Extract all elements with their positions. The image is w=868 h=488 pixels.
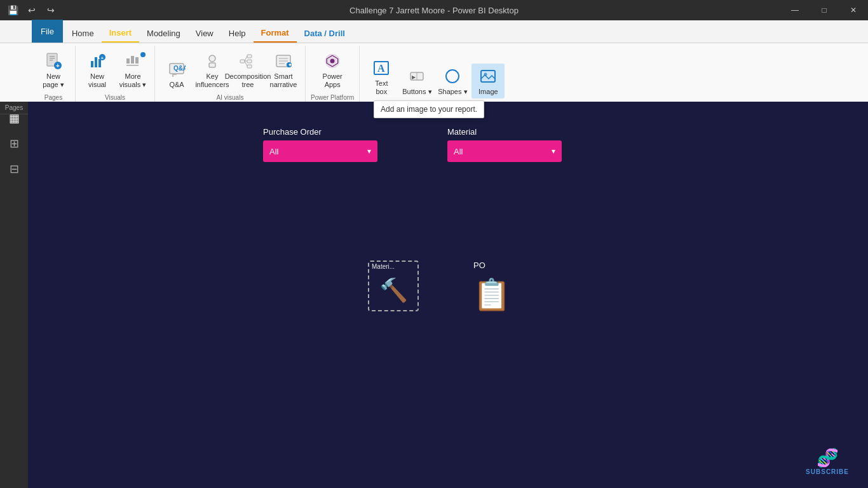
power-apps-icon: [322, 51, 342, 71]
tab-insert[interactable]: Insert: [102, 24, 139, 43]
svg-text:+: +: [101, 55, 104, 61]
material-filter-group: Material All ▾: [447, 127, 562, 162]
text-box-button[interactable]: A Textbox: [365, 55, 398, 98]
svg-rect-22: [247, 65, 252, 68]
svg-rect-13: [135, 57, 139, 64]
sidebar-icon-model[interactable]: ⊟: [3, 158, 25, 180]
tab-data-drill[interactable]: Data / Drill: [297, 24, 353, 43]
new-page-icon: +: [43, 51, 64, 71]
image-button[interactable]: Image: [471, 64, 505, 98]
sidebar-icon-table[interactable]: ⊞: [3, 132, 25, 155]
visuals-group-label: Visuals: [105, 92, 125, 102]
po-document-icon: 📋: [473, 277, 511, 313]
ribbon-group-ai: Q&A Q&A Keyinfluencers: [155, 46, 306, 105]
subscribe-dna-icon: 🧬: [806, 447, 849, 468]
tab-format[interactable]: Format: [254, 24, 297, 43]
material-dropdown[interactable]: All ▾: [447, 140, 562, 162]
pages-label: Pages: [0, 102, 28, 114]
svg-point-17: [209, 55, 215, 62]
material-icon-box[interactable]: Materi... 🔨: [368, 261, 419, 311]
buttons-icon: ▶: [407, 66, 427, 86]
svg-rect-12: [131, 56, 134, 64]
report-canvas[interactable]: Purchase Order All ▾ Material All ▾ Mate…: [28, 102, 868, 488]
shapes-label: Shapes ▾: [438, 88, 467, 96]
power-apps-label: Power Apps: [315, 72, 350, 89]
buttons-button[interactable]: ▶ Buttons ▾: [400, 64, 433, 98]
material-icon-title: Materi...: [372, 263, 395, 270]
redo-button[interactable]: ↪: [43, 3, 58, 18]
ribbon-group-pages: + Newpage ▾ Pages: [32, 46, 76, 105]
tab-file[interactable]: File: [32, 20, 63, 43]
tab-help[interactable]: Help: [221, 24, 254, 43]
save-button[interactable]: 💾: [5, 3, 20, 18]
decomposition-tree-icon: [238, 51, 258, 71]
qa-icon: Q&A: [166, 59, 187, 79]
material-hammer-icon: 🔨: [379, 277, 408, 304]
ribbon-group-insert: A Textbox ▶ Buttons ▾: [360, 46, 510, 105]
app-title: Challenge 7 Jarrett Moore - Power BI Des…: [349, 6, 519, 15]
decomposition-tree-button[interactable]: Decompositiontree: [231, 48, 264, 92]
purchase-order-dropdown[interactable]: All ▾: [263, 140, 377, 162]
new-visual-button[interactable]: + Newvisual: [81, 48, 114, 92]
smart-narrative-button[interactable]: ✦ Smartnarrative: [267, 48, 300, 92]
undo-button[interactable]: ↩: [24, 3, 39, 18]
tab-home[interactable]: Home: [64, 24, 102, 43]
ribbon-group-visuals: + Newvisual Morevisuals ▾ Visuals: [76, 46, 155, 105]
qa-button[interactable]: Q&A Q&A: [160, 57, 193, 92]
smart-narrative-label: Smartnarrative: [270, 72, 297, 89]
key-influencers-label: Keyinfluencers: [195, 72, 229, 89]
buttons-label: Buttons ▾: [402, 88, 431, 96]
key-influencers-icon: [202, 51, 222, 71]
svg-rect-6: [91, 61, 93, 67]
decomposition-tree-label: Decompositiontree: [225, 72, 271, 89]
svg-rect-19: [240, 60, 245, 63]
close-button[interactable]: ✕: [839, 0, 868, 20]
svg-point-33: [330, 59, 335, 64]
material-canvas-icon[interactable]: Materi... 🔨: [368, 261, 419, 311]
shapes-button[interactable]: Shapes ▾: [436, 64, 469, 98]
po-icon-box[interactable]: 📋: [470, 273, 514, 317]
powerplatform-group-label: Power Platform: [311, 92, 354, 102]
power-apps-button[interactable]: Power Apps: [313, 48, 351, 92]
po-icon-title: PO: [473, 261, 485, 270]
key-influencers-button[interactable]: Keyinfluencers: [196, 48, 229, 92]
new-page-button[interactable]: + Newpage ▾: [37, 48, 70, 92]
tab-modeling[interactable]: Modeling: [139, 24, 188, 43]
po-canvas-icon[interactable]: PO 📋: [470, 261, 514, 317]
svg-line-25: [245, 61, 247, 66]
ai-items: Q&A Q&A Keyinfluencers: [160, 48, 300, 92]
image-icon: [478, 66, 498, 86]
image-tooltip: Add an image to your report.: [374, 100, 484, 118]
more-visuals-button[interactable]: Morevisuals ▾: [116, 48, 149, 92]
left-sidebar: ▦ ⊞ ⊟: [0, 102, 28, 488]
material-chevron: ▾: [552, 147, 555, 156]
subscribe-text: SUBSCRIBE: [806, 468, 849, 475]
purchase-order-chevron: ▾: [367, 147, 371, 156]
window-controls: — □ ✕: [780, 0, 868, 20]
text-box-icon: A: [371, 58, 391, 78]
ai-group-label: AI visuals: [217, 92, 244, 102]
svg-rect-11: [126, 58, 130, 64]
purchase-order-label: Purchase Order: [263, 127, 377, 137]
smart-narrative-icon: ✦: [273, 51, 294, 71]
shapes-icon: [442, 66, 463, 86]
purchase-order-value: All: [269, 147, 278, 156]
title-bar: 💾 ↩ ↪ Challenge 7 Jarrett Moore - Power …: [0, 0, 868, 20]
svg-rect-18: [209, 63, 215, 67]
svg-text:A: A: [377, 63, 385, 74]
tab-view[interactable]: View: [188, 24, 221, 43]
svg-point-39: [446, 70, 459, 83]
minimize-button[interactable]: —: [780, 0, 810, 20]
powerplatform-items: Power Apps: [313, 48, 351, 92]
material-label: Material: [447, 127, 562, 137]
svg-rect-21: [247, 60, 252, 63]
subscribe-watermark: 🧬 SUBSCRIBE: [806, 447, 849, 475]
ribbon-group-powerplatform: Power Apps Power Platform: [306, 46, 360, 105]
svg-text:✦: ✦: [288, 62, 292, 68]
svg-text:+: +: [56, 62, 60, 69]
svg-rect-14: [126, 65, 139, 66]
ribbon-tabs: File Home Insert Modeling View Help Form…: [0, 20, 868, 43]
maximize-button[interactable]: □: [810, 0, 839, 20]
more-visuals-indicator: [140, 52, 146, 57]
qa-label: Q&A: [169, 81, 184, 89]
